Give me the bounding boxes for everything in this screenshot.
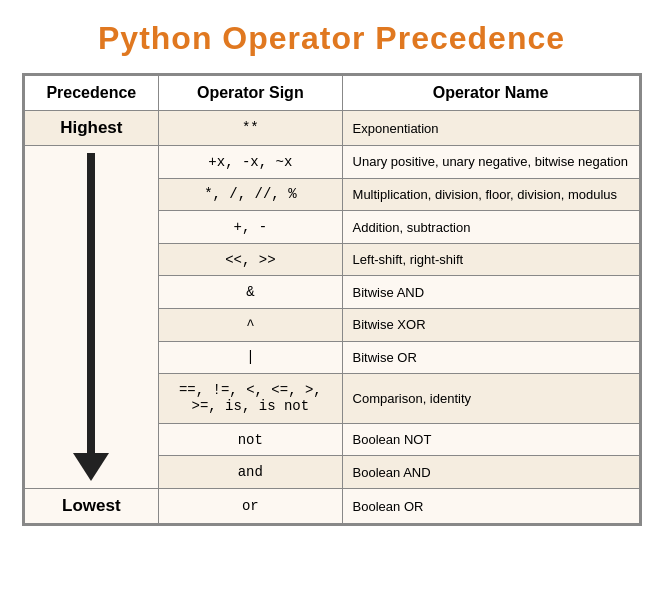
operator-sign: and [159, 456, 342, 489]
operator-name: Boolean AND [342, 456, 639, 489]
operator-sign: +, - [159, 211, 342, 244]
operator-sign: <<, >> [159, 243, 342, 276]
operator-sign: *, /, //, % [159, 178, 342, 211]
lowest-label: Lowest [24, 489, 159, 524]
precedence-table: Precedence Operator Sign Operator Name H… [22, 73, 642, 526]
page-title: Python Operator Precedence [98, 20, 565, 57]
operator-name: Addition, subtraction [342, 211, 639, 244]
operator-name: Unary positive, unary negative, bitwise … [342, 146, 639, 179]
operator-name: Comparison, identity [342, 374, 639, 423]
operator-sign: | [159, 341, 342, 374]
operator-name: Exponentiation [342, 111, 639, 146]
operator-name: Bitwise XOR [342, 309, 639, 342]
precedence-arrow [24, 146, 159, 489]
header-name: Operator Name [342, 76, 639, 111]
operator-sign: +x, -x, ~x [159, 146, 342, 179]
operator-name: Left-shift, right-shift [342, 243, 639, 276]
header-precedence: Precedence [24, 76, 159, 111]
operator-name: Bitwise AND [342, 276, 639, 309]
operator-name: Multiplication, division, floor, divisio… [342, 178, 639, 211]
operator-name: Boolean NOT [342, 423, 639, 456]
highest-label: Highest [24, 111, 159, 146]
operator-sign: ==, !=, <, <=, >, >=, is, is not [159, 374, 342, 423]
arrow-head-icon [73, 453, 109, 481]
header-sign: Operator Sign [159, 76, 342, 111]
operator-sign: or [159, 489, 342, 524]
operator-sign: & [159, 276, 342, 309]
operator-sign: ** [159, 111, 342, 146]
operator-name: Bitwise OR [342, 341, 639, 374]
operator-name: Boolean OR [342, 489, 639, 524]
operator-sign: ^ [159, 309, 342, 342]
operator-sign: not [159, 423, 342, 456]
